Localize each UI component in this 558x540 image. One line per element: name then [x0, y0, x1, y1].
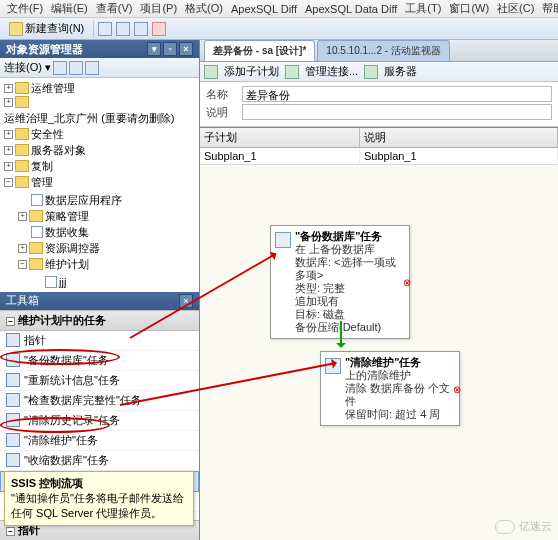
- folder-icon: [29, 242, 43, 254]
- menu-apex-data-diff[interactable]: ApexSQL Data Diff: [302, 3, 400, 15]
- menu-apex-diff[interactable]: ApexSQL Diff: [228, 3, 300, 15]
- node-line: 清除 数据库备份 个文件: [345, 382, 453, 408]
- tree-node[interactable]: 策略管理: [45, 208, 89, 224]
- watermark-text: 亿速云: [519, 519, 552, 534]
- desc-field[interactable]: [242, 104, 552, 120]
- menu-help[interactable]: 帮助: [539, 1, 558, 16]
- tree-node-server-objects[interactable]: 服务器对象: [31, 142, 86, 158]
- add-subplan-label[interactable]: 添加子计划: [224, 64, 279, 79]
- tree-node[interactable]: 数据收集: [45, 224, 89, 240]
- panel-pin-icon[interactable]: ▫: [163, 42, 177, 56]
- servers-label[interactable]: 服务器: [384, 64, 417, 79]
- toolbar-icon-1[interactable]: [98, 22, 112, 36]
- connections-icon[interactable]: [285, 65, 299, 79]
- folder-icon: [15, 144, 29, 156]
- tree-node[interactable]: 资源调控器: [45, 240, 100, 256]
- toolbox-section-header[interactable]: − 维护计划中的任务: [0, 310, 199, 331]
- node-line: 数据库: <选择一项或多项>: [295, 256, 403, 282]
- folder-icon: [15, 176, 29, 188]
- tab-design[interactable]: 差异备份 - sa [设计]*: [204, 40, 315, 61]
- grid-header-subplan[interactable]: 子计划: [200, 128, 360, 147]
- design-canvas[interactable]: "备份数据库"任务 在 上备份数据库 数据库: <选择一项或多项> 类型: 完整…: [200, 165, 558, 540]
- expand-icon[interactable]: +: [18, 212, 27, 221]
- toolbar-icon-3[interactable]: [134, 22, 148, 36]
- menu-project[interactable]: 项目(P): [137, 1, 180, 16]
- object-explorer-toolbar: 连接(O) ▾: [0, 58, 199, 78]
- menu-view[interactable]: 查看(V): [93, 1, 136, 16]
- subplans-grid[interactable]: 子计划 说明 Subplan_1 Subplan_1: [200, 127, 558, 165]
- servers-icon[interactable]: [364, 65, 378, 79]
- oe-tool-icon[interactable]: [53, 61, 67, 75]
- toolbox-list[interactable]: 指针 "备份数据库"任务 "重新统计信息"任务 "检查数据库完整性"任务 "清除…: [0, 331, 199, 541]
- toolbar-icon-2[interactable]: [116, 22, 130, 36]
- node-line: 目标: 磁盘: [295, 308, 403, 321]
- toolbox-item-backup[interactable]: "备份数据库"任务: [0, 351, 199, 371]
- toolbox-item-shrink[interactable]: "收缩数据库"任务: [0, 451, 199, 471]
- history-icon: [6, 413, 20, 427]
- watermark: 亿速云: [495, 519, 552, 534]
- menu-tools[interactable]: 工具(T): [402, 1, 444, 16]
- tree-node[interactable]: jjj: [59, 274, 66, 290]
- expand-icon[interactable]: +: [4, 146, 13, 155]
- object-explorer-tree[interactable]: +运维管理 +运维治理_北京广州 (重要请勿删除) +安全性 +服务器对象 +复…: [0, 78, 199, 292]
- oe-tool-icon-2[interactable]: [69, 61, 83, 75]
- toolbox-item-cleanup[interactable]: "清除维护"任务: [0, 431, 199, 451]
- grid-row[interactable]: Subplan_1 Subplan_1: [200, 148, 558, 165]
- oe-tool-icon-3[interactable]: [85, 61, 99, 75]
- menu-edit[interactable]: 编辑(E): [48, 1, 91, 16]
- panel-close-icon[interactable]: ×: [179, 42, 193, 56]
- plan-icon: [45, 276, 57, 288]
- tree-node[interactable]: 运维管理: [31, 80, 75, 96]
- node-error-icon[interactable]: ⊗: [453, 383, 465, 395]
- collapse-icon[interactable]: −: [4, 178, 13, 187]
- node-error-icon[interactable]: ⊗: [403, 276, 415, 288]
- name-label: 名称: [206, 87, 242, 102]
- main-toolbar: 新建查询(N): [0, 18, 558, 40]
- toolbox-section-label: 维护计划中的任务: [18, 314, 106, 326]
- grid-header-desc[interactable]: 说明: [360, 128, 558, 147]
- new-query-button[interactable]: 新建查询(N): [4, 19, 89, 38]
- plan-properties: 名称差异备份 说明: [200, 82, 558, 127]
- menu-file[interactable]: 文件(F): [4, 1, 46, 16]
- menu-community[interactable]: 社区(C): [494, 1, 537, 16]
- shrink-icon: [6, 453, 20, 467]
- desc-label: 说明: [206, 105, 242, 120]
- connections-label[interactable]: 管理连接...: [305, 64, 358, 79]
- toolbar-icon-4[interactable]: [152, 22, 166, 36]
- tab-activity-monitor[interactable]: 10.5.10.1...2 - 活动监视器: [317, 40, 450, 61]
- cloud-icon: [495, 520, 515, 534]
- tree-node-maint-plans[interactable]: 维护计划: [45, 256, 89, 272]
- expand-icon[interactable]: +: [4, 162, 13, 171]
- tree-node-replication[interactable]: 复制: [31, 158, 53, 174]
- tree-node-security[interactable]: 安全性: [31, 126, 64, 142]
- expand-icon[interactable]: +: [4, 98, 13, 107]
- expand-icon[interactable]: +: [4, 84, 13, 93]
- new-query-label: 新建查询(N): [25, 21, 84, 36]
- toolbox-item-pointer[interactable]: 指针: [0, 331, 199, 351]
- stat-icon: [6, 373, 20, 387]
- folder-icon: [15, 160, 29, 172]
- toolbox-title: 工具箱: [6, 293, 39, 308]
- expand-icon[interactable]: +: [4, 130, 13, 139]
- tooltip-body: "通知操作员"任务将电子邮件发送给任何 SQL Server 代理操作员。: [11, 491, 187, 521]
- grid-cell[interactable]: Subplan_1: [200, 148, 360, 164]
- toolbox-item-restat[interactable]: "重新统计信息"任务: [0, 371, 199, 391]
- tree-node[interactable]: 数据层应用程序: [45, 192, 122, 208]
- tooltip-title: SSIS 控制流项: [11, 476, 187, 491]
- add-subplan-icon[interactable]: [204, 65, 218, 79]
- toolbox-item-history[interactable]: "清除历史记录"任务: [0, 411, 199, 431]
- name-field[interactable]: 差异备份: [242, 86, 552, 102]
- collapse-icon[interactable]: −: [18, 260, 27, 269]
- menu-format[interactable]: 格式(O): [182, 1, 226, 16]
- menu-window[interactable]: 窗口(W): [446, 1, 492, 16]
- check-icon: [6, 393, 20, 407]
- connect-button[interactable]: 连接(O) ▾: [4, 60, 51, 75]
- grid-cell[interactable]: Subplan_1: [360, 148, 558, 164]
- tree-node-management[interactable]: 管理: [31, 174, 53, 190]
- tree-node[interactable]: 运维治理_北京广州 (重要请勿删除): [4, 110, 175, 126]
- tooltip: SSIS 控制流项 "通知操作员"任务将电子邮件发送给任何 SQL Server…: [4, 471, 194, 526]
- panel-dropdown-icon[interactable]: ▾: [147, 42, 161, 56]
- folder-icon: [29, 258, 43, 270]
- expand-icon[interactable]: +: [18, 244, 27, 253]
- node-line: 备份压缩(Default): [295, 321, 403, 334]
